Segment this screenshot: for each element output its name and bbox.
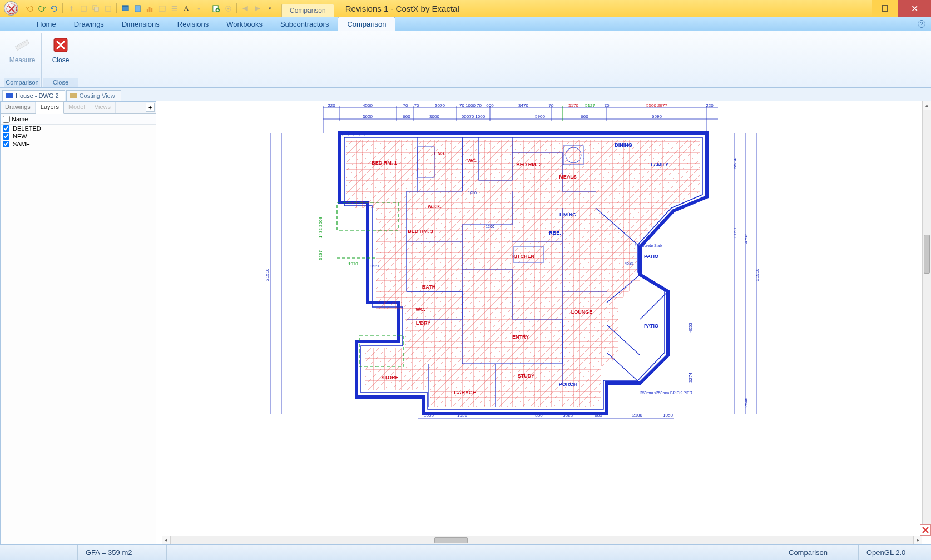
scroll-right-icon[interactable]: ► — [913, 536, 922, 544]
ribbon-tabstrip: Home Drawings Dimensions Revisions Workb… — [0, 17, 931, 31]
svg-text:4792: 4792 — [744, 234, 749, 244]
layer-name: DELETED — [13, 125, 41, 132]
svg-text:1055: 1055 — [457, 413, 467, 418]
svg-text:PATIO: PATIO — [644, 254, 658, 259]
qat-pin-icon — [66, 2, 76, 14]
layers-column-header[interactable]: Name — [1, 114, 156, 125]
side-panel-options-icon[interactable]: ✦ — [146, 103, 155, 112]
svg-text:L'DRY: L'DRY — [416, 320, 430, 326]
svg-text:4535: 4535 — [625, 261, 633, 265]
qat-refresh-icon[interactable] — [49, 2, 59, 14]
scroll-thumb[interactable] — [924, 235, 930, 274]
svg-text:1050: 1050 — [468, 191, 477, 195]
ribbon-group-close: Close Close — [42, 33, 80, 87]
svg-rect-9 — [148, 7, 150, 11]
side-tab-layers[interactable]: Layers — [36, 101, 64, 114]
svg-text:MEALS: MEALS — [559, 174, 577, 180]
drawing-canvas-area: 220 4500 70 70 3070 70 1000 70 600 3470 … — [156, 101, 931, 544]
side-tab-drawings[interactable]: Drawings — [1, 102, 36, 113]
status-renderer: OpenGL 2.0 — [859, 545, 931, 560]
doc-tab-label: House - DWG 2 — [16, 92, 59, 99]
floorplan-drawing: 220 4500 70 70 3070 70 1000 70 600 3470 … — [251, 102, 796, 430]
doc-tab-costing[interactable]: Costing View — [66, 90, 121, 101]
svg-text:PORCH: PORCH — [559, 381, 577, 387]
main-workspace: Drawings Layers Model Views ✦ Name DELET… — [0, 101, 931, 544]
qat-text-icon[interactable]: A — [181, 2, 191, 14]
menu-drawings[interactable]: Drawings — [65, 17, 113, 31]
svg-rect-6 — [122, 5, 128, 7]
layer-row[interactable]: DELETED — [1, 125, 156, 132]
svg-text:GARAGE: GARAGE — [454, 390, 476, 395]
qat-add-sheet-icon[interactable] — [211, 2, 221, 14]
svg-text:BED RM. 3: BED RM. 3 — [408, 229, 433, 234]
qat-dropdown-icon[interactable]: ▾ — [265, 2, 275, 14]
qat-settings-icon — [223, 2, 233, 14]
layers-checkall[interactable] — [3, 116, 10, 123]
qat-window-icon[interactable] — [120, 2, 130, 14]
group-label-close: Close — [43, 78, 78, 87]
svg-rect-3 — [94, 7, 98, 11]
menu-workbooks[interactable]: Workbooks — [217, 17, 271, 31]
menu-dimensions[interactable]: Dimensions — [113, 17, 169, 31]
menu-comparison[interactable]: Comparison — [338, 17, 395, 31]
svg-text:3470: 3470 — [518, 103, 528, 108]
svg-text:WC.: WC. — [415, 306, 425, 312]
svg-text:WC.: WC. — [467, 158, 477, 163]
svg-text:W.I.R.: W.I.R. — [428, 204, 442, 209]
svg-text:BED RM. 1: BED RM. 1 — [372, 160, 397, 166]
svg-text:ENTRY: ENTRY — [512, 334, 529, 340]
svg-text:1970: 1970 — [348, 261, 358, 266]
layer-row[interactable]: SAME — [1, 140, 156, 148]
status-cell-empty — [0, 545, 78, 560]
vertical-scrollbar[interactable]: ▲ ▼ — [922, 101, 931, 536]
window-close-button[interactable]: ✕ — [898, 0, 931, 17]
scroll-left-icon[interactable]: ◄ — [162, 536, 171, 544]
layer-checkbox[interactable] — [3, 125, 9, 132]
corner-indicator-icon[interactable] — [920, 524, 931, 536]
drawing-viewport[interactable]: 220 4500 70 70 3070 70 1000 70 600 3470 … — [162, 101, 922, 536]
measure-label: Measure — [9, 56, 36, 64]
svg-text:1432 2503: 1432 2503 — [318, 217, 323, 238]
qat-chart-icon[interactable] — [145, 2, 155, 14]
measure-button: Measure — [4, 33, 40, 78]
svg-rect-4 — [105, 6, 110, 11]
svg-text:220: 220 — [706, 103, 714, 108]
svg-text:* Concrete Slab: * Concrete Slab — [635, 244, 662, 247]
svg-text:3267: 3267 — [318, 250, 323, 260]
qat-undo-icon[interactable] — [24, 2, 34, 14]
svg-text:350mm x250mm BRICK PIER: 350mm x250mm BRICK PIER — [640, 391, 692, 395]
layer-row[interactable]: NEW — [1, 132, 156, 140]
qat-redo-icon[interactable] — [37, 2, 47, 14]
scroll-up-icon[interactable]: ▲ — [923, 101, 931, 110]
menu-subcontractors[interactable]: Subcontractors — [271, 17, 338, 31]
svg-rect-1 — [81, 6, 86, 11]
window-minimize-button[interactable]: — — [846, 0, 872, 17]
qat-copy-icon — [91, 2, 101, 14]
svg-text:RBE.: RBE. — [549, 230, 561, 236]
doc-tab-house[interactable]: House - DWG 2 — [2, 90, 65, 101]
layer-name: NEW — [13, 133, 27, 140]
layer-checkbox[interactable] — [3, 141, 9, 147]
qat-document-icon[interactable] — [132, 2, 142, 14]
svg-text:70: 70 — [403, 103, 408, 108]
menu-home[interactable]: Home — [28, 17, 65, 31]
svg-text:660: 660 — [403, 114, 410, 119]
horizontal-scrollbar[interactable]: ◄ ► — [162, 536, 922, 544]
svg-text:DINING: DINING — [615, 142, 632, 148]
side-tab-views[interactable]: Views — [90, 102, 116, 113]
svg-text:3620: 3620 — [363, 114, 373, 119]
context-tab-comparison[interactable]: Comparison — [281, 4, 334, 17]
window-maximize-button[interactable] — [872, 0, 898, 17]
help-icon[interactable]: ? — [918, 20, 925, 28]
close-button[interactable]: Close — [43, 33, 78, 78]
svg-text:850: 850 — [535, 413, 543, 418]
scroll-thumb[interactable] — [434, 537, 468, 543]
layer-checkbox[interactable] — [3, 133, 9, 140]
side-tab-model[interactable]: Model — [64, 102, 90, 113]
app-orb-button[interactable] — [0, 0, 22, 17]
svg-text:5127: 5127 — [585, 103, 595, 108]
side-panel: Drawings Layers Model Views ✦ Name DELET… — [0, 101, 156, 544]
close-square-icon — [52, 36, 70, 54]
svg-text:5514: 5514 — [732, 158, 737, 169]
menu-revisions[interactable]: Revisions — [169, 17, 217, 31]
